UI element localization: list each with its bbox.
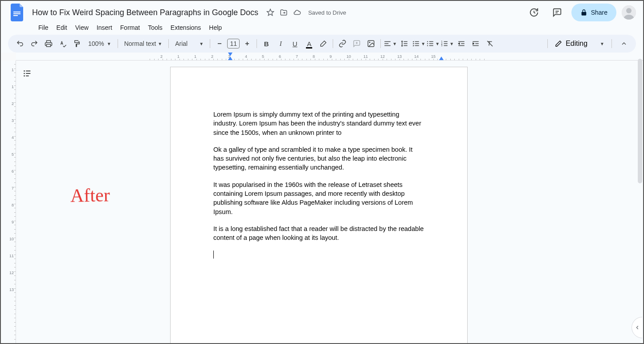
save-status: Saved to Drive: [308, 9, 346, 16]
zoom-dropdown[interactable]: 100%▼: [85, 40, 115, 47]
menubar: File Edit View Insert Format Tools Exten…: [8, 21, 636, 35]
scrollbar-thumb[interactable]: [638, 59, 642, 183]
svg-point-14: [24, 73, 25, 74]
bold-button[interactable]: B: [260, 37, 273, 50]
document-page[interactable]: Lorem Ipsum is simply dummy text of the …: [170, 67, 468, 344]
paint-format-button[interactable]: [70, 37, 84, 50]
menu-insert[interactable]: Insert: [93, 22, 116, 33]
line-spacing-button[interactable]: [398, 37, 411, 50]
decrease-indent-button[interactable]: [455, 37, 468, 50]
horizontal-ruler[interactable]: 21123456789101112131415: [16, 53, 643, 61]
paragraph[interactable]: It was popularised in the 1960s with the…: [213, 180, 424, 216]
increase-indent-button[interactable]: [469, 37, 482, 50]
print-button[interactable]: [42, 37, 55, 50]
svg-point-4: [626, 8, 632, 13]
share-button[interactable]: Share: [571, 4, 616, 21]
checklist-button[interactable]: ▼: [412, 37, 425, 50]
svg-rect-2: [13, 15, 18, 16]
document-canvas[interactable]: After Lorem Ipsum is simply dummy text o…: [16, 61, 643, 344]
comments-icon[interactable]: [548, 4, 566, 21]
add-comment-button[interactable]: [350, 37, 363, 50]
move-icon[interactable]: [280, 8, 288, 16]
svg-point-13: [24, 70, 25, 72]
menu-tools[interactable]: Tools: [144, 22, 166, 33]
insert-image-button[interactable]: [364, 37, 378, 50]
menu-file[interactable]: File: [35, 22, 52, 33]
font-dropdown[interactable]: Arial▼: [171, 40, 207, 47]
svg-point-7: [427, 41, 428, 42]
cloud-icon[interactable]: [293, 8, 301, 16]
svg-point-15: [24, 75, 25, 77]
paragraph[interactable]: It is a long established fact that a rea…: [213, 224, 424, 243]
cursor-line[interactable]: [213, 251, 424, 259]
redo-button[interactable]: [28, 37, 41, 50]
svg-rect-0: [13, 12, 20, 12]
document-title[interactable]: How to Fix Weird Spacing Between Paragra…: [29, 7, 261, 18]
numbered-list-button[interactable]: 123▼: [440, 37, 454, 50]
svg-point-6: [369, 42, 371, 43]
outline-button[interactable]: [20, 67, 34, 80]
collapse-toolbar-button[interactable]: [617, 37, 631, 50]
link-button[interactable]: [336, 37, 349, 50]
font-size-input[interactable]: [227, 39, 240, 49]
bullet-list-button[interactable]: ▼: [426, 37, 440, 50]
svg-point-8: [427, 43, 428, 44]
paragraph[interactable]: Lorem Ipsum is simply dummy text of the …: [213, 110, 424, 137]
star-icon[interactable]: [266, 8, 274, 16]
svg-text:3: 3: [441, 44, 443, 47]
history-icon[interactable]: [525, 4, 543, 21]
svg-point-9: [427, 45, 428, 46]
menu-view[interactable]: View: [72, 22, 92, 33]
align-button[interactable]: ▼: [383, 37, 397, 50]
menu-edit[interactable]: Edit: [53, 22, 71, 33]
annotation-text: After: [70, 184, 110, 206]
spellcheck-button[interactable]: [56, 37, 69, 50]
text-color-button[interactable]: A: [302, 37, 316, 50]
clear-format-button[interactable]: [483, 37, 497, 50]
increase-font-button[interactable]: [240, 37, 254, 50]
highlight-button[interactable]: [317, 37, 330, 50]
menu-format[interactable]: Format: [117, 22, 143, 33]
share-label: Share: [591, 9, 607, 16]
editing-mode-button[interactable]: Editing ▼: [550, 40, 609, 48]
pencil-icon: [555, 40, 562, 47]
svg-rect-1: [13, 13, 20, 14]
italic-button[interactable]: I: [274, 37, 287, 50]
style-dropdown[interactable]: Normal text▼: [121, 40, 166, 47]
paragraph[interactable]: Ok a galley of type and scrambled it to …: [213, 145, 424, 172]
undo-button[interactable]: [13, 37, 27, 50]
menu-help[interactable]: Help: [205, 22, 225, 33]
underline-button[interactable]: U: [288, 37, 302, 50]
menu-extensions[interactable]: Extensions: [167, 22, 204, 33]
decrease-font-button[interactable]: [213, 37, 226, 50]
docs-logo[interactable]: [8, 4, 26, 21]
lock-icon: [580, 9, 587, 16]
avatar[interactable]: [622, 5, 636, 20]
vertical-ruler[interactable]: 2112345678910111213: [1, 61, 16, 344]
toolbar: 100%▼ Normal text▼ Arial▼ B I U A ▼ ▼ ▼ …: [8, 35, 636, 53]
